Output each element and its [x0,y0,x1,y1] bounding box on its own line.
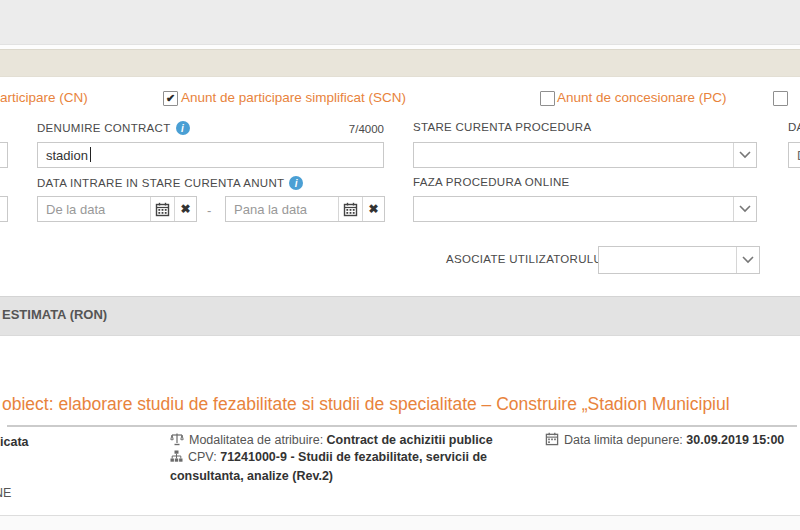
deadline-line: Data limita depunere: 30.09.2019 15:00 [545,432,784,451]
status-fragment: icata [0,434,29,451]
result-title-link[interactable]: obiect: elaborare studiu de fezabilitate… [2,394,730,415]
cut-input-left-row1[interactable] [0,142,8,168]
right-cut-label: DA [788,121,800,133]
check-icon: ✔ [166,93,175,104]
checkbox-edge-cut[interactable] [773,91,788,106]
faza-procedura-label: FAZA PROCEDURA ONLINE [413,176,569,188]
sicap-search-screen: articipare (CN) ✔ Anunt de participare s… [0,0,800,530]
right-cut-input[interactable]: D [788,142,800,168]
attribution-value: Contract de achizitii publice [327,433,493,447]
text-caret [90,147,91,162]
cpv-line: CPV: 71241000-9 - Studii de fezabilitate… [170,449,515,485]
cpv-value-line1: 71241000-9 - Studii de fezabilitate, ser… [220,450,487,464]
checkbox-label-scn[interactable]: Anunt de participare simplificat (SCN) [181,90,406,105]
date-range-separator: - [207,203,211,218]
calendar-icon [545,432,559,451]
checkbox-label-cn-cut[interactable]: articipare (CN) [0,90,88,105]
info-icon[interactable]: i [176,121,190,135]
data-intrare-label: DATA INTRARE IN STARE CURENTA ANUNT i [37,176,303,190]
sitemap-icon [170,450,183,468]
checkbox-pc[interactable] [540,91,555,106]
deadline-value: 30.09.2019 15:00 [686,433,784,447]
section-band [0,296,800,336]
checkbox-label-pc[interactable]: Anunt de concesionare (PC) [557,90,727,105]
cut-input-left-row2[interactable] [0,196,8,222]
calendar-icon[interactable] [150,197,175,221]
stare-curenta-label: STARE CURENTA PROCEDURA [413,121,591,133]
date-to-input[interactable]: Pana la data [226,197,338,221]
result-divider [7,425,797,427]
bottom-text-fragment: NE [0,485,11,502]
char-counter: 7/4000 [346,123,384,135]
chevron-down-icon [736,247,759,273]
date-from-input[interactable]: De la data [38,197,150,221]
bottom-area [0,516,800,530]
checkbox-scn[interactable]: ✔ [163,91,178,106]
faza-procedura-select[interactable] [413,196,757,222]
calendar-icon[interactable] [338,197,363,221]
section-title-estimata: ESTIMATA (RON) [2,307,107,322]
top-bar-area [0,0,800,45]
asociate-select[interactable] [598,246,760,274]
date-to-group: Pana la data ✖ [225,196,385,222]
chevron-down-icon [733,143,756,167]
clear-icon[interactable]: ✖ [174,197,196,221]
clear-icon[interactable]: ✖ [362,197,384,221]
date-from-group: De la data ✖ [37,196,197,222]
asociate-label: ASOCIATE UTILIZATORULUI [446,253,606,265]
stare-curenta-select[interactable] [413,142,757,168]
info-icon[interactable]: i [289,176,303,190]
chevron-down-icon [733,197,756,221]
denumire-contract-label: DENUMIRE CONTRACT i [37,121,190,135]
cpv-value-line2: consultanta, analize (Rev.2) [170,469,333,483]
collapsed-panel-strip [0,49,800,77]
